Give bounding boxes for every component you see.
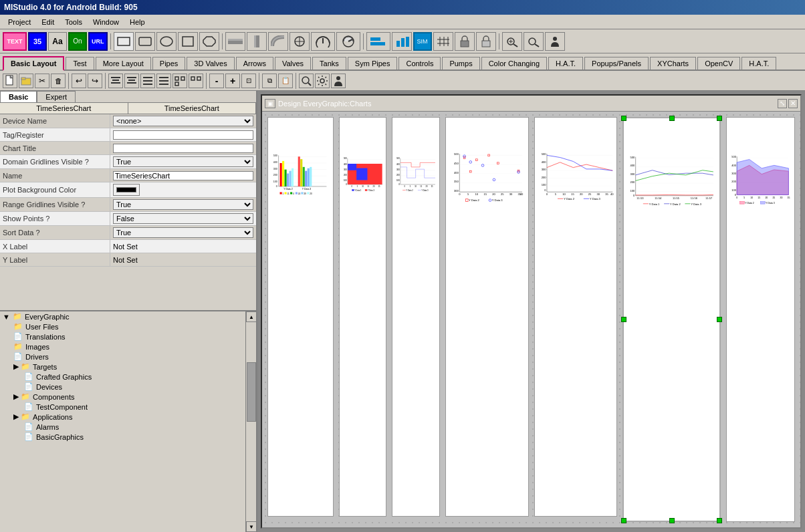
rect-tool-btn[interactable] [114,32,134,51]
tab-test[interactable]: Test [66,57,94,70]
scroll-down-btn[interactable]: ▼ [246,521,256,532]
props-value-name[interactable] [110,169,256,182]
num-tool-btn[interactable]: 35 [28,32,47,51]
delete-btn[interactable]: 🗑 [51,74,66,88]
handle-tc[interactable] [669,116,675,121]
tree-item-targets[interactable]: ▶ 📁 Targets [0,362,245,372]
props-value-device[interactable]: <none> [110,114,256,128]
tab-popups[interactable]: Popups/Panels [584,57,649,70]
props-value-ylabel[interactable]: Not Set [110,253,256,266]
new-btn[interactable] [3,74,17,88]
paste-btn[interactable]: 📋 [278,74,293,88]
bar-chart-grouped[interactable]: 500 400 300 200 100 0 [267,117,334,517]
lock-tool-btn[interactable] [455,32,475,51]
flow-tool-btn[interactable] [290,32,310,51]
props-value-range-grid[interactable]: TrueFalse [110,198,256,211]
tab-more-layout[interactable]: More Layout [96,57,151,70]
tree-item-basic-graphics[interactable]: 📄 BasicGraphics [0,432,245,442]
maximize-btn[interactable]: ⤡ [778,99,787,108]
design-content-area[interactable]: 500 400 300 200 100 0 [262,112,800,527]
font-tool-btn[interactable]: Aa [48,32,67,51]
tab-hat2[interactable]: H.A.T. [741,57,776,70]
undo-btn[interactable]: ↩ [72,74,86,88]
tree-item-applications[interactable]: ▶ 📁 Applications [0,412,245,422]
align4-btn[interactable] [156,74,171,88]
menu-help[interactable]: Help [124,17,150,27]
find-btn[interactable] [299,74,314,88]
sim-tool-btn[interactable]: SIM [413,32,432,51]
scroll-thumb[interactable] [247,362,256,422]
align1-btn[interactable] [108,74,123,88]
tab-arrows[interactable]: Arrows [236,57,273,70]
bar-v-tool-btn[interactable] [392,32,412,51]
close-btn[interactable]: ✕ [788,99,798,108]
menu-project[interactable]: Project [3,17,36,27]
area-chart[interactable]: 500 400 300 200 100 0 [726,117,795,522]
props-value-tag[interactable] [110,128,256,141]
props-value-plot-bg[interactable] [110,182,256,197]
domain-grid-select[interactable]: TrueFalse [113,156,253,167]
tab-pumps[interactable]: Pumps [442,57,479,70]
handle-tr[interactable] [717,116,722,121]
tree-item-test-component[interactable]: 📄 TestComponent [0,402,245,412]
props-value-show-points[interactable]: FalseTrue [110,212,256,225]
menu-edit[interactable]: Edit [36,17,60,27]
tag-register-input[interactable] [113,130,253,140]
line-chart-smooth[interactable]: 500 400 300 200 100 0 [534,117,618,517]
pipe-v-tool-btn[interactable] [247,32,267,51]
zoom2-btn[interactable] [524,32,544,51]
tree-item-alarms[interactable]: 📄 Alarms [0,422,245,432]
url-tool-btn[interactable]: URL [88,32,108,51]
chart-title-input[interactable] [113,144,253,153]
bar-h-tool-btn[interactable] [366,32,390,51]
plot-bg-color-input[interactable] [113,184,140,196]
props-value-xlabel[interactable]: Not Set [110,240,256,253]
tree-item-devices[interactable]: 📄 Devices [0,382,245,392]
handle-br[interactable] [717,518,722,523]
tab-color-changing[interactable]: Color Changing [481,57,547,70]
pipe-h-tool-btn[interactable] [225,32,245,51]
tab-valves[interactable]: Valves [275,57,311,70]
props-value-sort-data[interactable]: TrueFalse [110,226,256,239]
bar-chart-stacked[interactable]: 500 400 300 200 100 0 0 [339,117,386,517]
tab-sym-pipes[interactable]: Sym Pipes [348,57,398,70]
handle-ml[interactable] [621,317,626,322]
tree-item-translations[interactable]: 📄 Translations [0,331,245,342]
menu-window[interactable]: Window [88,17,124,27]
grid-tool-btn[interactable] [433,32,453,51]
person-icon-btn[interactable] [545,32,565,51]
tab-tanks[interactable]: Tanks [312,57,346,70]
gauge-tool-btn[interactable] [336,32,360,51]
zoom-fit-btn[interactable]: ⊡ [241,74,256,88]
name-input[interactable] [113,171,253,180]
toggle-tool-btn[interactable]: On [68,32,87,51]
tree-scrollbar[interactable]: ▲ ▼ [245,311,256,532]
tab-controls[interactable]: Controls [398,57,441,70]
tree-item-everygraphic[interactable]: ▼ 📁 EveryGraphic [0,311,245,321]
octagon-tool-btn[interactable] [199,32,219,51]
handle-bc[interactable] [669,518,675,523]
text-tool-btn[interactable]: TEXT [3,32,27,51]
size1-btn[interactable] [172,74,187,88]
ellipse-tool-btn[interactable] [156,32,177,51]
tab-basic-layout[interactable]: Basic Layout [3,56,64,71]
canvas-panel[interactable]: ▣ Design EveryGraphic:Charts ⤡ ✕ [257,91,805,532]
pipe-curve-tool-btn[interactable] [268,32,288,51]
props-tab-expert[interactable]: Expert [37,91,76,102]
props-value-chart-title[interactable] [110,142,256,154]
time-series-chart[interactable]: 500 400 300 200 100 0 [622,117,721,522]
align3-btn[interactable] [140,74,155,88]
range-grid-select[interactable]: TrueFalse [113,199,253,210]
handle-tl[interactable] [621,116,626,121]
scroll-up-btn[interactable]: ▲ [246,311,256,322]
tab-hat[interactable]: H.A.T. [548,57,583,70]
scatter-chart[interactable]: 500 450 400 350 300 [445,117,529,517]
line-chart-stepped[interactable]: 500 400 300 200 100 0 [392,117,439,517]
props-tab-basic[interactable]: Basic [0,91,37,102]
props-value-domain-grid[interactable]: TrueFalse [110,155,256,168]
tab-3d-valves[interactable]: 3D Valves [187,57,234,70]
open-btn[interactable] [19,74,33,88]
zoom-out-btn[interactable]: - [209,74,224,88]
square-tool-btn[interactable] [178,32,198,51]
lock2-tool-btn[interactable] [476,32,496,51]
